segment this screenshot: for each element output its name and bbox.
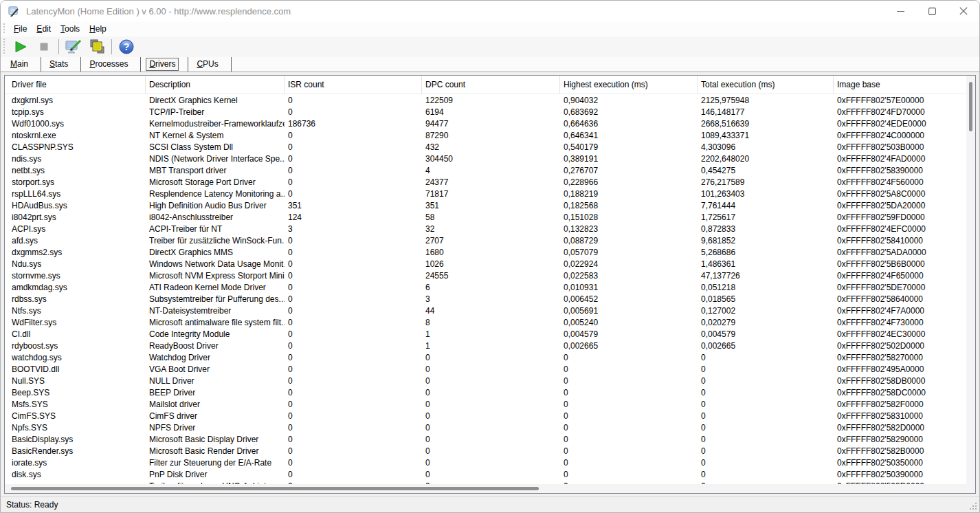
table-cell: Microsoft Basic Display Driver	[146, 435, 285, 444]
table-row[interactable]: stornvme.sysMicrosoft NVM Express Storpo…	[5, 270, 976, 281]
table-row[interactable]: BasicRender.sysMicrosoft Basic Render Dr…	[5, 445, 976, 457]
table-row[interactable]: Wdf01000.sysKernelmodustreiber-Framework…	[5, 118, 976, 129]
table-cell: 0	[285, 364, 422, 374]
table-cell: 0xFFFFF802'582B0000	[834, 446, 976, 456]
minimize-button[interactable]	[884, 1, 916, 21]
table-row[interactable]: WdFilter.sysMicrosoft antimalware file s…	[5, 316, 976, 328]
table-row[interactable]: CimFS.SYSCimFS driver00000xFFFFF802'5831…	[5, 410, 976, 422]
column-header-isr-count[interactable]: ISR count	[285, 76, 422, 94]
table-cell: 101,263403	[698, 189, 834, 199]
table-cell: NPFS Driver	[146, 423, 285, 433]
stop-monitor-button[interactable]	[34, 38, 54, 56]
table-row[interactable]: Beep.SYSBEEP Driver00000xFFFFF802'58DC00…	[5, 386, 976, 398]
table-cell: Watchdog Driver	[146, 353, 285, 362]
svg-text:?: ?	[124, 41, 130, 52]
latencymon-app-icon	[8, 6, 20, 17]
screenshot-button[interactable]	[87, 38, 107, 56]
column-header-highest-execution[interactable]: Highest execution (ms)	[560, 76, 698, 94]
table-cell: Filter zur Steuerung der E/A-Rate	[146, 458, 285, 468]
maximize-icon	[928, 8, 936, 15]
column-header-dpc-count[interactable]: DPC count	[422, 76, 560, 94]
table-cell: 0,872833	[698, 224, 834, 234]
table-row[interactable]: rdyboost.sysReadyBoost Driver010,0026650…	[5, 340, 976, 351]
table-cell: 0	[285, 458, 422, 468]
column-header-description[interactable]: Description	[146, 76, 285, 94]
table-row[interactable]: Ndu.sysWindows Network Data Usage Monit.…	[5, 258, 976, 270]
table-row[interactable]: rspLLL64.sysResplendence Latency Monitor…	[5, 188, 976, 199]
table-cell: DirectX Graphics MMS	[146, 248, 285, 257]
table-row[interactable]: rdbss.sysSubsystemtreiber für Pufferung …	[5, 293, 976, 305]
table-row[interactable]: storport.sysMicrosoft Storage Port Drive…	[5, 176, 976, 188]
column-header-image-base[interactable]: Image base	[834, 76, 976, 94]
table-cell: 0	[698, 400, 834, 409]
tab-cpus[interactable]: CPUs	[188, 57, 231, 72]
table-row[interactable]: watchdog.sysWatchdog Driver00000xFFFFF80…	[5, 351, 976, 363]
table-cell: 0	[698, 376, 834, 386]
table-cell: 0xFFFFF802'5B6B0000	[834, 259, 976, 269]
table-row[interactable]: netbt.sysMBT Transport driver040,2767070…	[5, 164, 976, 176]
table-cell: 0	[285, 446, 422, 456]
menu-tools[interactable]: Tools	[56, 23, 85, 35]
horizontal-scrollbar[interactable]	[5, 484, 966, 493]
table-cell: BasicDisplay.sys	[5, 435, 146, 444]
table-row[interactable]: Npfs.SYSNPFS Driver00000xFFFFF802'582D00…	[5, 422, 976, 433]
table-row[interactable]: Null.SYSNULL Driver00000xFFFFF802'58DB00…	[5, 375, 976, 386]
table-row[interactable]: afd.sysTreiber für zusätzliche WinSock-F…	[5, 234, 976, 246]
table-row[interactable]: i8042prt.sysi8042-Anschlusstreiber124580…	[5, 211, 976, 223]
tab-stats[interactable]: Stats	[41, 57, 81, 72]
table-row[interactable]: CLASSPNP.SYSSCSI Class System Dll04320,5…	[5, 141, 976, 153]
menu-help[interactable]: Help	[85, 23, 111, 35]
table-row[interactable]: Msfs.SYSMailslot driver00000xFFFFF802'58…	[5, 398, 976, 410]
table-row[interactable]: CI.dllCode Integrity Module010,0045790,0…	[5, 328, 976, 340]
table-cell: 0,454275	[698, 166, 834, 175]
resize-grip-icon[interactable]	[970, 503, 977, 510]
vertical-scrollbar[interactable]	[966, 76, 975, 484]
table-cell: 0,022924	[560, 259, 698, 269]
close-icon	[959, 7, 968, 15]
close-button[interactable]	[948, 1, 979, 21]
menubar-gripper[interactable]	[3, 23, 5, 34]
table-cell: Windows Network Data Usage Monit...	[146, 259, 285, 269]
table-cell: 0,020279	[698, 318, 834, 327]
table-cell: 0	[422, 388, 560, 397]
menu-file[interactable]: File	[9, 23, 32, 35]
table-row[interactable]: iorate.sysFilter zur Steuerung der E/A-R…	[5, 457, 976, 468]
tab-main[interactable]: Main	[2, 57, 41, 72]
toolbar-gripper[interactable]	[3, 39, 5, 55]
table-row[interactable]: Ntfs.sysNT-Dateisystemtreiber0440,005691…	[5, 305, 976, 316]
table-cell: ReadyBoost Driver	[146, 341, 285, 351]
table-cell: 0	[560, 446, 698, 456]
maximize-button[interactable]	[916, 1, 948, 21]
table-row[interactable]: disk.sysPnP Disk Driver00000xFFFFF802'50…	[5, 468, 976, 480]
table-cell: 0xFFFFF802'58310000	[834, 411, 976, 421]
help-button[interactable]: ?	[116, 38, 137, 56]
vertical-scrollbar-thumb[interactable]	[969, 82, 972, 131]
column-header-driver-file[interactable]: Driver file	[5, 76, 146, 94]
table-cell: 432	[422, 142, 560, 152]
horizontal-scrollbar-thumb[interactable]	[11, 487, 539, 490]
table-cell: 0xFFFFF802'58640000	[834, 294, 976, 304]
analyze-button[interactable]	[63, 38, 84, 56]
table-row[interactable]: tcpip.sysTCP/IP-Treiber061940,683692146,…	[5, 106, 976, 118]
monitor-magnifier-icon	[65, 39, 82, 55]
table-row[interactable]: HDAudBus.sysHigh Definition Audio Bus Dr…	[5, 199, 976, 211]
table-cell: 0xFFFFF802'4FAD0000	[834, 154, 976, 164]
table-row[interactable]: ndis.sysNDIS (Network Driver Interface S…	[5, 153, 976, 164]
table-row[interactable]: dxgkrnl.sysDirectX Graphics Kernel012250…	[5, 94, 976, 106]
table-row[interactable]: BasicDisplay.sysMicrosoft Basic Display …	[5, 433, 976, 445]
tab-processes[interactable]: Processes	[81, 57, 141, 72]
table-row[interactable]: amdkmdag.sysATI Radeon Kernel Mode Drive…	[5, 281, 976, 293]
menu-edit[interactable]: Edit	[32, 23, 56, 35]
table-cell: 0,228966	[560, 177, 698, 187]
table-row[interactable]: ACPI.sysACPI-Treiber für NT3320,1328230,…	[5, 223, 976, 234]
column-header-total-execution[interactable]: Total execution (ms)	[698, 76, 834, 94]
table-cell: 0	[698, 364, 834, 374]
tab-drivers[interactable]: Drivers	[141, 57, 188, 72]
table-row[interactable]: dxgmms2.sysDirectX Graphics MMS016800,05…	[5, 246, 976, 258]
table-cell: 2707	[422, 236, 560, 245]
table-row[interactable]: BOOTVID.dllVGA Boot Driver00000xFFFFF802…	[5, 363, 976, 375]
table-cell: 2202,648020	[698, 154, 834, 164]
table-cell: i8042prt.sys	[5, 212, 146, 222]
table-row[interactable]: ntoskrnl.exeNT Kernel & System0872900,64…	[5, 129, 976, 141]
start-monitor-button[interactable]	[10, 38, 31, 56]
